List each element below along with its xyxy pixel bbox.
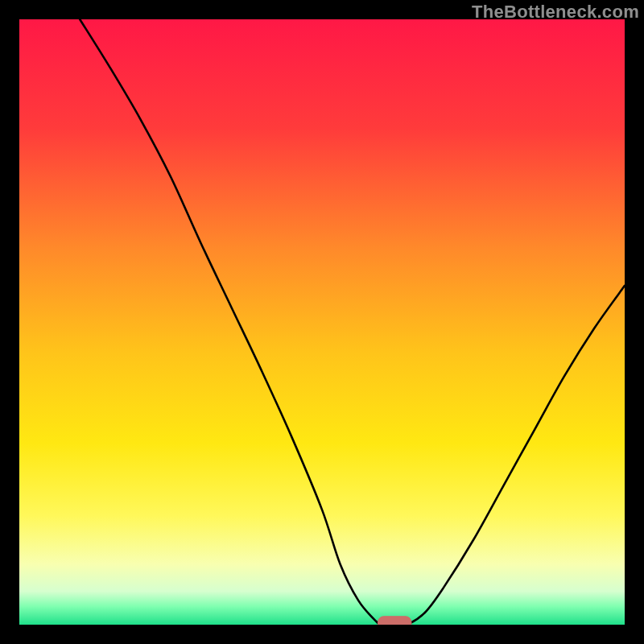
optimal-marker: [378, 617, 411, 625]
plot-area: [19, 19, 625, 625]
gradient-background: [19, 19, 625, 625]
chart-frame: TheBottleneck.com: [0, 0, 644, 644]
attribution-label: TheBottleneck.com: [472, 2, 639, 23]
bottleneck-chart: [19, 19, 625, 625]
